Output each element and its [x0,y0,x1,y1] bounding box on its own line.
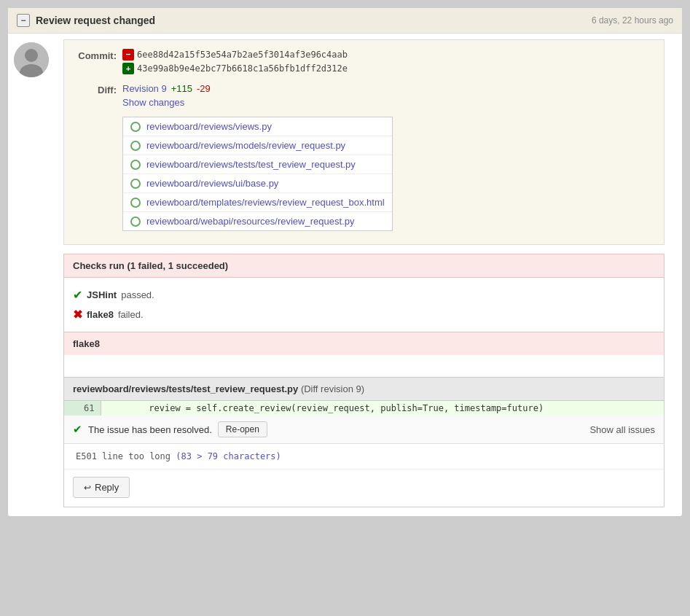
diff-added: +115 [171,83,192,94]
issue-resolved-text: The issue has been resolved. [88,424,212,435]
file-item: reviewboard/reviews/views.py [123,117,392,136]
show-all-issues-link[interactable]: Show all issues [589,424,655,435]
file-status-icon [130,179,141,189]
diff-label: Diff: [73,83,117,231]
svg-point-1 [25,49,38,62]
collapse-button[interactable]: − [17,14,30,27]
diff-section: Diff: Revision 9 +115 -29 Show changes [73,83,655,231]
issue-bar: ✔ The issue has been resolved. Re-open S… [64,416,664,444]
commit-section: Commit: − 6ee88d42a15f53e54a7b2ae5f3014a… [73,49,655,74]
reply-area: ↩ Reply [64,469,664,507]
old-hash-badge: − [122,49,134,61]
code-file-section: reviewboard/reviews/tests/test_review_re… [63,378,664,507]
file-list: reviewboard/reviews/views.py reviewboard… [122,117,393,231]
check-status-flake8: failed. [118,309,144,320]
code-file-name: reviewboard/reviews/tests/test_review_re… [73,383,298,394]
main-content-area: Commit: − 6ee88d42a15f53e54a7b2ae5f3014a… [55,39,673,516]
file-link[interactable]: reviewboard/reviews/views.py [146,121,272,132]
check-row-pass: ✔ JSHint passed. [73,285,655,305]
checks-header: Checks run (1 failed, 1 succeeded) [64,254,664,278]
reply-arrow-icon: ↩ [84,483,91,493]
review-changed-box: Commit: − 6ee88d42a15f53e54a7b2ae5f3014a… [63,39,664,245]
file-link[interactable]: reviewboard/templates/reviews/review_req… [146,197,385,208]
new-hash-text: 43e99a8b9e4e2bc77b6618c1a56bfb1dff2d312e [137,63,348,74]
file-item: reviewboard/reviews/tests/test_review_re… [123,155,392,174]
code-diff-row: 61 review = self.create_review(review_re… [64,401,664,416]
flake8-section: flake8 [63,332,664,378]
review-header-left: − Review request changed [17,14,155,27]
file-link[interactable]: reviewboard/reviews/tests/test_review_re… [146,159,356,170]
diff-info: Revision 9 +115 -29 Show changes reviewb… [122,83,393,231]
error-link[interactable]: (83 > 79 characters) [176,451,281,461]
old-hash-text: 6ee88d42a15f53e54a7b2ae5f3014af3e96c4aab [137,50,348,60]
issue-resolved-icon: ✔ [73,423,82,436]
issue-bar-left: ✔ The issue has been resolved. Re-open [73,421,267,437]
check-row-fail: ✖ flake8 failed. [73,305,655,324]
checks-body: ✔ JSHint passed. ✖ flake8 failed. [64,278,664,332]
check-name-jshint: JSHint [87,289,117,300]
reply-label: Reply [95,482,119,493]
check-fail-icon: ✖ [73,308,82,321]
file-item: reviewboard/reviews/models/review_reques… [123,136,392,155]
new-hash-badge: + [122,63,134,74]
flake8-body [64,355,664,377]
reopen-button[interactable]: Re-open [218,421,267,437]
file-status-icon [130,198,141,208]
error-message: E501 line too long (83 > 79 characters) [64,444,664,469]
new-commit-row: + 43e99a8b9e4e2bc77b6618c1a56bfb1dff2d31… [122,63,348,74]
check-status-jshint: passed. [121,289,154,300]
reply-button[interactable]: ↩ Reply [73,477,130,498]
file-status-icon [130,141,141,151]
code-file-header: reviewboard/reviews/tests/test_review_re… [64,378,664,401]
commit-hashes: − 6ee88d42a15f53e54a7b2ae5f3014af3e96c4a… [122,49,348,74]
body-row: Commit: − 6ee88d42a15f53e54a7b2ae5f3014a… [8,34,682,516]
file-item: reviewboard/reviews/ui/base.py [123,174,392,193]
review-card: − Review request changed 6 days, 22 hour… [7,7,683,517]
commit-label: Commit: [73,49,117,74]
error-text-before: E501 line too long [76,451,176,461]
file-status-icon [130,122,141,132]
avatar [14,42,49,77]
file-link[interactable]: reviewboard/webapi/resources/review_requ… [146,216,354,227]
code-line-content: review = self.create_review(review_reque… [101,401,664,416]
file-item: reviewboard/templates/reviews/review_req… [123,193,392,212]
review-header: − Review request changed 6 days, 22 hour… [8,8,682,34]
code-line-number: 61 [64,401,101,416]
old-commit-row: − 6ee88d42a15f53e54a7b2ae5f3014af3e96c4a… [122,49,348,61]
review-title: Review request changed [36,15,155,26]
file-status-icon [130,217,141,227]
file-link[interactable]: reviewboard/reviews/models/review_reques… [146,140,345,151]
checks-section: Checks run (1 failed, 1 succeeded) ✔ JSH… [63,254,664,332]
diff-removed: -29 [197,83,211,94]
file-link[interactable]: reviewboard/reviews/ui/base.py [146,178,278,189]
show-changes-link[interactable]: Show changes [122,97,393,108]
code-file-diff-info-text: (Diff revision 9) [301,383,364,394]
check-name-flake8: flake8 [87,309,114,320]
revision-link[interactable]: Revision 9 [122,83,167,94]
check-pass-icon: ✔ [73,288,82,302]
file-status-icon [130,160,141,170]
code-diff-table: 61 review = self.create_review(review_re… [64,401,664,416]
diff-revision-line: Revision 9 +115 -29 [122,83,393,94]
review-timestamp: 6 days, 22 hours ago [592,15,673,26]
file-item: reviewboard/webapi/resources/review_requ… [123,212,392,230]
flake8-header: flake8 [64,332,664,355]
